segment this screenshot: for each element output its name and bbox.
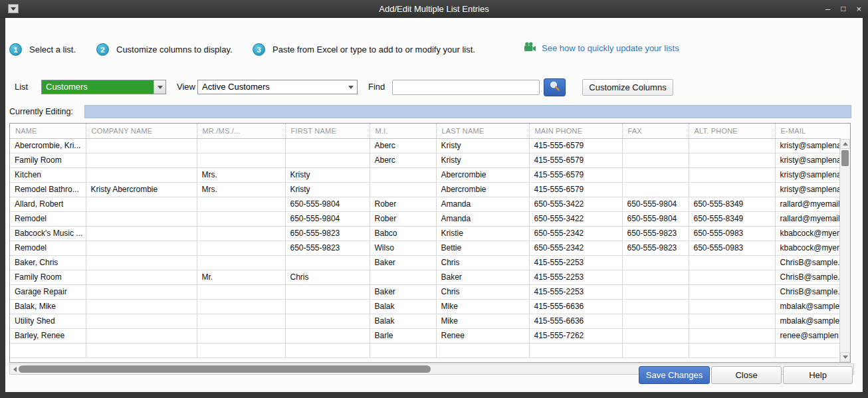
grid-cell[interactable] xyxy=(622,182,689,197)
grid-cell[interactable]: Mike xyxy=(436,299,529,314)
grid-cell[interactable]: 415-555-6579 xyxy=(529,167,622,182)
grid-cell[interactable] xyxy=(285,299,370,314)
scroll-left-arrow-icon[interactable] xyxy=(10,364,19,374)
grid-cell[interactable]: Barley, Renee xyxy=(10,328,86,343)
grid-cell[interactable] xyxy=(622,343,689,357)
grid-cell[interactable] xyxy=(689,138,775,153)
grid-cell[interactable] xyxy=(86,270,197,284)
grid-cell[interactable] xyxy=(86,241,197,255)
grid-cell[interactable]: Kristie xyxy=(436,226,529,241)
grid-cell[interactable]: mbalak@sample... xyxy=(775,314,841,328)
grid-cell[interactable] xyxy=(622,270,689,284)
grid-cell[interactable] xyxy=(86,211,197,226)
grid-cell[interactable]: ChrisB@sample... xyxy=(775,270,841,284)
grid-cell[interactable]: Kristy xyxy=(285,182,370,197)
grid-cell[interactable]: 415-555-6579 xyxy=(529,153,622,167)
grid-cell[interactable]: mbalak@sample... xyxy=(775,299,841,314)
grid-cell[interactable] xyxy=(285,328,370,343)
grid-cell[interactable] xyxy=(622,153,689,167)
grid-cell[interactable] xyxy=(622,284,689,299)
grid-cell[interactable]: Abercrombie, Kri... xyxy=(10,138,86,153)
grid-cell[interactable] xyxy=(285,153,370,167)
grid-cell[interactable]: Family Room xyxy=(10,270,86,284)
grid-cell[interactable]: rallard@myemail... xyxy=(775,211,841,226)
grid-cell[interactable]: Renee xyxy=(436,328,529,343)
grid-cell[interactable]: Balak, Mike xyxy=(10,299,86,314)
grid-cell[interactable]: 415-555-2253 xyxy=(529,255,622,270)
grid-cell[interactable]: Kristy xyxy=(285,167,370,182)
grid-cell[interactable]: Family Room xyxy=(10,153,86,167)
grid-cell[interactable]: Bettie xyxy=(436,241,529,255)
grid-cell[interactable]: Abercrombie xyxy=(436,182,529,197)
grid-cell[interactable]: 415-555-6636 xyxy=(529,314,622,328)
view-dropdown[interactable]: Active Customers xyxy=(197,80,358,94)
grid-cell[interactable] xyxy=(689,343,775,357)
grid-cell[interactable]: kristy@samplena... xyxy=(775,167,841,182)
grid-cell[interactable] xyxy=(689,314,775,328)
grid-cell[interactable]: 415-555-2253 xyxy=(529,284,622,299)
grid-cell[interactable] xyxy=(86,314,197,328)
grid-cell[interactable]: 650-555-9804 xyxy=(622,211,689,226)
grid-cell[interactable] xyxy=(197,299,285,314)
grid-cell[interactable] xyxy=(689,328,775,343)
grid-cell[interactable] xyxy=(370,343,436,357)
scroll-down-arrow-icon[interactable] xyxy=(840,352,850,362)
grid-cell[interactable] xyxy=(86,197,197,211)
grid-cell[interactable]: Utility Shed xyxy=(10,314,86,328)
grid-cell[interactable]: Kristy Abercrombie xyxy=(86,182,197,197)
grid-cell[interactable]: 650-555-9804 xyxy=(285,197,370,211)
grid-cell[interactable]: Mrs. xyxy=(197,167,285,182)
grid-cell[interactable] xyxy=(689,255,775,270)
grid-cell[interactable]: 415-555-7262 xyxy=(529,328,622,343)
grid-cell[interactable]: 650-555-3422 xyxy=(529,211,622,226)
grid-cell[interactable] xyxy=(197,226,285,241)
grid-cell[interactable]: Aberc xyxy=(370,153,436,167)
grid-cell[interactable]: 415-555-6579 xyxy=(529,138,622,153)
scroll-up-arrow-icon[interactable] xyxy=(840,139,850,149)
horizontal-scrollbar-thumb[interactable] xyxy=(19,365,431,373)
grid-cell[interactable]: kristy@samplena... xyxy=(775,153,841,167)
grid-cell[interactable]: Chris xyxy=(436,284,529,299)
grid-cell[interactable] xyxy=(622,314,689,328)
help-button[interactable]: Help xyxy=(783,366,853,384)
grid-cell[interactable] xyxy=(689,182,775,197)
grid-cell[interactable]: Kitchen xyxy=(10,167,86,182)
grid-cell[interactable] xyxy=(197,328,285,343)
grid-cell[interactable] xyxy=(370,182,436,197)
grid-cell[interactable]: Baker xyxy=(370,284,436,299)
grid-cell[interactable]: Mike xyxy=(436,314,529,328)
grid-cell[interactable] xyxy=(86,226,197,241)
grid-cell[interactable]: 650-555-8349 xyxy=(689,211,775,226)
find-input[interactable] xyxy=(392,80,540,95)
grid-cell[interactable] xyxy=(622,328,689,343)
see-how-link[interactable]: See how to quickly update your lists xyxy=(524,42,679,54)
grid-cell[interactable]: Amanda xyxy=(436,197,529,211)
grid-cell[interactable] xyxy=(622,299,689,314)
grid-cell[interactable]: 650-555-2342 xyxy=(529,241,622,255)
grid-cell[interactable]: kristy@samplena... xyxy=(775,138,841,153)
minimize-button[interactable]: – xyxy=(825,0,830,18)
maximize-button[interactable]: □ xyxy=(841,0,845,18)
grid-cell[interactable] xyxy=(689,270,775,284)
grid-cell[interactable]: 650-555-8349 xyxy=(689,197,775,211)
grid-cell[interactable]: Kristy xyxy=(436,153,529,167)
grid-cell[interactable]: renee@samplen... xyxy=(775,328,841,343)
grid-cell[interactable]: Barle xyxy=(370,328,436,343)
vertical-scrollbar-thumb[interactable] xyxy=(841,150,849,166)
grid-cell[interactable]: Baker xyxy=(436,270,529,284)
grid-cell[interactable] xyxy=(197,343,285,357)
grid-cell[interactable] xyxy=(285,255,370,270)
grid-cell[interactable]: kbabcock@myem... xyxy=(775,241,841,255)
grid-cell[interactable]: Abercrombie xyxy=(436,167,529,182)
grid-cell[interactable]: Rober xyxy=(370,211,436,226)
grid-cell[interactable]: Garage Repair xyxy=(10,284,86,299)
save-changes-button[interactable]: Save Changes xyxy=(639,366,710,384)
close-dialog-button[interactable]: Close xyxy=(711,366,782,384)
grid-cell[interactable] xyxy=(86,255,197,270)
grid-cell[interactable] xyxy=(689,299,775,314)
grid-cell[interactable]: Mrs. xyxy=(197,182,285,197)
grid-cell[interactable]: Chris xyxy=(285,270,370,284)
grid-cell[interactable] xyxy=(285,343,370,357)
grid-cell[interactable]: kristy@samplena... xyxy=(775,182,841,197)
grid-cell[interactable]: Remodel xyxy=(10,211,86,226)
